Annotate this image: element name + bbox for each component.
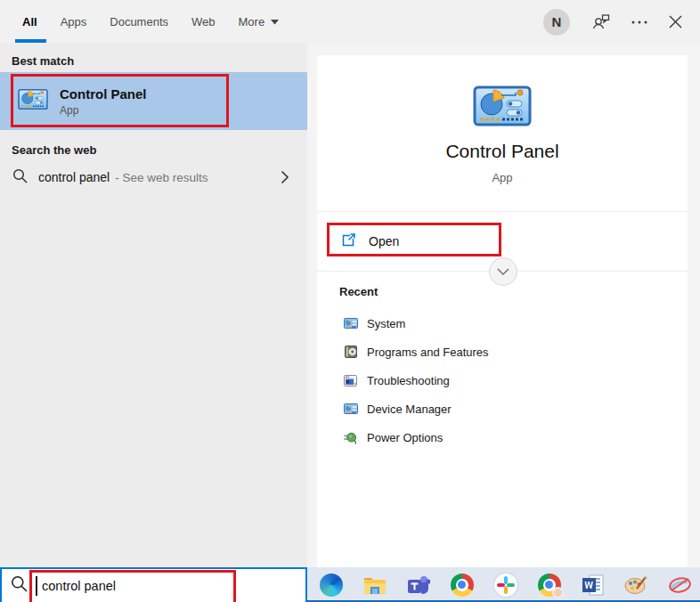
search-input[interactable] — [42, 579, 233, 593]
expand-collapse-button[interactable] — [489, 257, 517, 286]
recent-item-power-options[interactable]: Power Options — [330, 423, 679, 452]
search-icon — [11, 575, 28, 596]
chevron-down-icon — [271, 20, 279, 25]
preview-app-title: Control Panel — [317, 141, 688, 162]
slack-icon[interactable] — [493, 573, 517, 597]
tab-documents[interactable]: Documents — [110, 0, 168, 44]
recent-item-label: System — [367, 317, 405, 330]
best-match-text: Control Panel App — [60, 86, 147, 117]
file-explorer-icon[interactable] — [362, 573, 387, 597]
control-panel-icon — [18, 88, 48, 114]
web-query-text: control panel — [38, 170, 110, 184]
preview-pane: Control Panel App Open — [307, 44, 700, 567]
windows-search-flyout: All Apps Documents Web More N — [0, 0, 700, 602]
recent-item-troubleshooting[interactable]: Troubleshooting — [330, 366, 679, 395]
recent-section: Recent System Programs and Features — [330, 285, 679, 452]
chrome-icon[interactable] — [450, 573, 474, 597]
tab-apps[interactable]: Apps — [61, 0, 87, 44]
feedback-icon[interactable] — [591, 13, 610, 31]
blocked-oval-icon[interactable] — [668, 573, 692, 597]
results-pane: Best match — [0, 44, 307, 567]
search-filter-bar: All Apps Documents Web More N — [0, 0, 700, 44]
tab-all[interactable]: All — [22, 0, 37, 44]
topbar-actions: N — [543, 9, 682, 36]
disc-icon — [343, 346, 358, 358]
close-icon[interactable] — [669, 15, 682, 28]
filter-tabs: All Apps Documents Web More — [22, 0, 279, 44]
paint-palette-icon[interactable] — [624, 573, 648, 597]
avatar-initial: N — [552, 14, 562, 29]
taskbar-search-box[interactable] — [0, 567, 307, 602]
tab-more-label: More — [239, 15, 265, 28]
word-icon[interactable] — [581, 573, 605, 597]
preview-card: Control Panel App Open — [317, 55, 688, 567]
best-match-type: App — [60, 104, 147, 117]
teams-icon[interactable] — [406, 573, 430, 597]
chrome-profile-icon[interactable] — [537, 573, 561, 597]
taskbar — [307, 567, 700, 602]
tab-web[interactable]: Web — [191, 0, 216, 44]
tab-web-label: Web — [191, 15, 216, 28]
preview-app-type: App — [317, 171, 688, 184]
search-web-header: Search the web — [12, 143, 96, 157]
search-icon — [12, 168, 28, 187]
tab-all-label: All — [22, 15, 37, 28]
bottom-bar: wsxdn.com — [0, 567, 700, 602]
control-panel-icon-large — [473, 85, 532, 130]
web-hint-text: - See web results — [115, 171, 208, 184]
text-caret — [36, 576, 37, 596]
window-icon — [343, 375, 358, 386]
user-avatar[interactable]: N — [543, 9, 570, 36]
edge-icon[interactable] — [319, 573, 343, 597]
recent-header: Recent — [339, 285, 679, 298]
search-results-area: Best match — [0, 44, 700, 567]
control-panel-icon — [343, 318, 358, 329]
recent-item-label: Power Options — [367, 431, 443, 444]
best-match-title: Control Panel — [60, 86, 147, 102]
recent-item-label: Programs and Features — [367, 346, 489, 359]
recent-item-device-manager[interactable]: Device Manager — [330, 395, 679, 423]
best-match-header: Best match — [12, 54, 74, 68]
open-external-icon — [341, 232, 356, 251]
chevron-right-icon[interactable] — [281, 170, 289, 184]
recent-item-label: Troubleshooting — [367, 374, 450, 387]
control-panel-icon — [343, 403, 358, 414]
tab-more[interactable]: More — [239, 0, 280, 44]
more-options-icon[interactable] — [631, 20, 647, 25]
tab-documents-label: Documents — [110, 15, 168, 28]
profile-avatar-badge — [552, 587, 564, 598]
recent-item-label: Device Manager — [367, 403, 452, 416]
recent-item-system[interactable]: System — [330, 309, 679, 338]
web-search-result[interactable]: control panel - See web results — [0, 159, 307, 196]
power-plug-icon — [343, 431, 358, 444]
best-match-result-control-panel[interactable]: Control Panel App — [0, 72, 307, 130]
open-label: Open — [369, 234, 399, 248]
recent-item-programs-and-features[interactable]: Programs and Features — [330, 338, 679, 366]
tab-apps-label: Apps — [61, 15, 87, 28]
